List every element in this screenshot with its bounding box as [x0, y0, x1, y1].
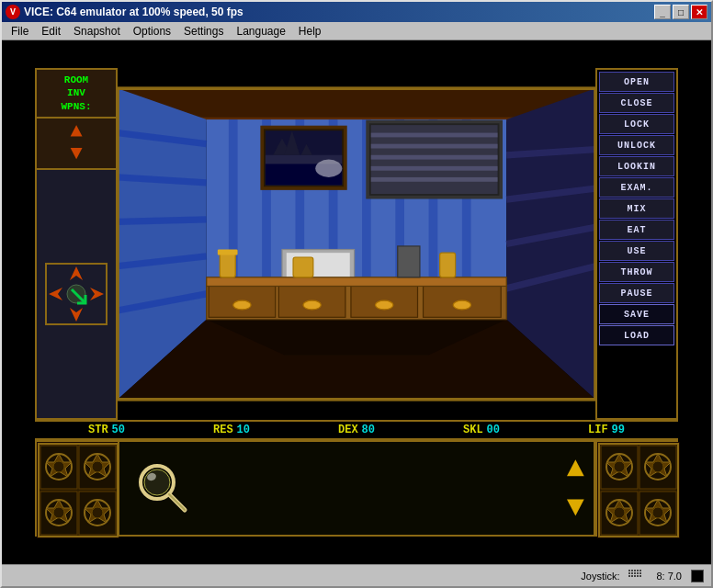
inventory-scroll-up[interactable]: ▲ — [567, 455, 584, 484]
action-btn-use[interactable]: USE — [599, 241, 674, 261]
inventory-item-svg — [131, 458, 191, 518]
svg-rect-62 — [207, 277, 507, 287]
action-btn-lookin[interactable]: LOOKIN — [599, 156, 674, 176]
main-window: V VICE: C64 emulator at 100% speed, 50 f… — [0, 0, 713, 588]
bottom-left-decoration — [35, 440, 118, 537]
menu-item-help[interactable]: Help — [293, 23, 327, 40]
action-btn-exam[interactable]: EXAM. — [599, 177, 674, 198]
svg-point-86 — [92, 507, 103, 518]
menu-bar: FileEditSnapshotOptionsSettingsLanguageH… — [2, 22, 711, 40]
stat-value-dex: 80 — [362, 424, 375, 436]
svg-point-89 — [144, 469, 170, 495]
svg-point-59 — [376, 300, 393, 310]
close-button[interactable]: ✕ — [691, 5, 707, 19]
bottom-panel: ▲ ▼ — [35, 440, 678, 537]
room-label: ROOMINVWPNS: — [40, 74, 112, 113]
maximize-button[interactable]: □ — [673, 5, 689, 19]
coordinates: 8: 7.0 — [656, 571, 682, 582]
svg-point-78 — [92, 461, 103, 472]
left-panel-labels: ROOMINVWPNS: — [37, 70, 116, 119]
action-btn-mix[interactable]: MIX — [599, 198, 674, 219]
stat-str: STR50 — [88, 424, 125, 436]
scroll-up-arrow[interactable]: ▲ — [44, 122, 108, 142]
stat-res: RES10 — [213, 424, 250, 436]
svg-rect-119 — [637, 572, 639, 574]
action-btn-throw[interactable]: THROW — [599, 262, 674, 282]
svg-rect-114 — [637, 570, 639, 571]
stat-label-dex: DEX — [338, 424, 358, 436]
title-buttons: _ □ ✕ — [654, 5, 707, 19]
stat-label-lif: LIF — [588, 424, 608, 436]
svg-point-98 — [614, 461, 625, 472]
right-panel: OPENCLOSELOCKUNLOCKLOOKINEXAM.MIXEATUSET… — [595, 68, 678, 420]
svg-rect-43 — [371, 144, 498, 149]
svg-rect-116 — [628, 572, 630, 574]
svg-point-57 — [303, 300, 321, 310]
svg-rect-113 — [634, 570, 636, 571]
svg-rect-112 — [631, 570, 633, 571]
svg-rect-122 — [631, 575, 633, 577]
menu-item-edit[interactable]: Edit — [36, 23, 66, 40]
svg-point-102 — [652, 461, 663, 472]
action-btn-pause[interactable]: PAUSE — [599, 283, 674, 303]
action-btn-load[interactable]: LOAD — [599, 325, 674, 345]
svg-rect-117 — [631, 572, 633, 574]
action-btn-close[interactable]: CLOSE — [599, 93, 674, 113]
svg-point-39 — [315, 160, 342, 177]
svg-rect-111 — [628, 570, 630, 571]
svg-rect-124 — [637, 575, 639, 577]
content-area: ROOMINVWPNS: ▲ ▼ — [2, 40, 711, 564]
menu-item-file[interactable]: File — [6, 23, 34, 40]
svg-rect-46 — [371, 177, 498, 182]
svg-rect-42 — [371, 133, 498, 138]
status-bar: Joystick: 8: 7.0 — [2, 564, 711, 586]
window-title: VICE: C64 emulator at 100% speed, 50 fps — [24, 6, 243, 18]
left-arrows: ▲ ▼ — [37, 119, 116, 170]
action-btn-lock[interactable]: LOCK — [599, 114, 674, 134]
svg-point-82 — [53, 507, 64, 518]
stat-value-str: 50 — [112, 424, 125, 436]
svg-rect-125 — [639, 575, 641, 577]
svg-rect-63 — [220, 253, 235, 277]
bottom-right-dec-svg — [597, 442, 680, 538]
joystick-dots-icon — [628, 570, 647, 582]
stat-label-str: STR — [88, 424, 108, 436]
menu-item-options[interactable]: Options — [128, 23, 176, 40]
svg-rect-67 — [398, 246, 420, 277]
svg-point-110 — [652, 507, 663, 518]
svg-rect-66 — [440, 253, 456, 277]
inventory-item[interactable] — [129, 457, 193, 521]
compass-svg — [44, 262, 108, 326]
stat-lif: LIF99 — [588, 424, 625, 436]
svg-rect-118 — [634, 572, 636, 574]
stat-label-skl: SKL — [463, 424, 483, 436]
stat-value-res: 10 — [237, 424, 250, 436]
svg-rect-65 — [293, 257, 313, 277]
stat-label-res: RES — [213, 424, 233, 436]
bottom-right-decoration — [595, 440, 678, 537]
title-bar-left: V VICE: C64 emulator at 100% speed, 50 f… — [6, 5, 243, 19]
svg-rect-115 — [639, 570, 641, 571]
bottom-center-panel: ▲ ▼ — [118, 440, 595, 537]
menu-item-language[interactable]: Language — [231, 23, 290, 40]
inventory-scroll-down[interactable]: ▼ — [567, 493, 584, 523]
action-btn-unlock[interactable]: UNLOCK — [599, 135, 674, 155]
action-btn-open[interactable]: OPEN — [599, 72, 674, 92]
svg-rect-44 — [371, 155, 498, 160]
action-btn-eat[interactable]: EAT — [599, 220, 674, 240]
svg-point-106 — [614, 507, 625, 518]
menu-item-settings[interactable]: Settings — [178, 23, 229, 40]
menu-item-snapshot[interactable]: Snapshot — [68, 23, 126, 40]
minimize-button[interactable]: _ — [654, 5, 671, 19]
stat-dex: DEX80 — [338, 424, 375, 436]
left-nav-compass — [37, 170, 116, 418]
svg-point-61 — [453, 300, 470, 310]
svg-rect-123 — [634, 575, 636, 577]
scroll-down-arrow[interactable]: ▼ — [44, 144, 108, 164]
svg-point-74 — [53, 461, 64, 472]
scroll-arrows: ▲ ▼ — [567, 455, 584, 523]
bottom-left-dec-svg — [37, 442, 119, 538]
joystick-indicator — [691, 570, 704, 582]
game-scene — [118, 68, 595, 420]
action-btn-save[interactable]: SAVE — [599, 304, 674, 324]
